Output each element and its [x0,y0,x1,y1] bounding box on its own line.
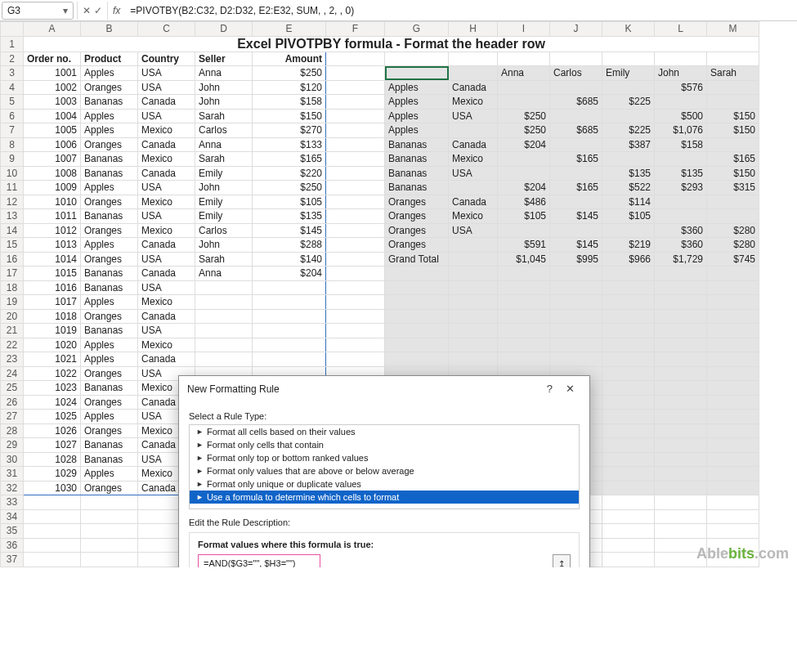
cell[interactable] [326,181,385,195]
cell[interactable] [449,295,498,310]
cell[interactable] [707,438,759,453]
cell[interactable] [707,295,759,310]
cell[interactable]: Apples [81,66,138,81]
cell[interactable]: 1013 [24,238,81,253]
cell[interactable]: $966 [602,252,655,267]
cell[interactable]: Oranges [385,238,449,253]
cell[interactable]: Seller [195,52,253,66]
cell[interactable] [550,137,602,152]
cell[interactable] [385,66,449,81]
cell[interactable]: Anna [195,66,253,81]
cell[interactable]: 1009 [24,181,81,195]
row-header[interactable]: 1 [1,36,24,52]
cell[interactable]: $140 [253,252,326,267]
cell[interactable]: 1004 [24,109,81,123]
cell[interactable]: Mexico [449,95,498,110]
row-header[interactable]: 8 [1,137,24,152]
cell[interactable]: 1023 [24,381,81,396]
cell[interactable]: $576 [655,80,707,95]
cell[interactable]: Product [81,52,138,66]
cell[interactable]: Oranges [81,309,138,324]
cell[interactable]: Apples [385,109,449,123]
cell[interactable] [81,538,138,553]
cell[interactable]: Grand Total [385,252,449,267]
cell[interactable]: Anna [498,66,550,81]
cell[interactable]: Apples [385,123,449,138]
row-header[interactable]: 30 [1,452,24,467]
cell[interactable] [707,338,759,352]
cell[interactable]: Apples [81,295,138,310]
cell[interactable]: Apples [81,467,138,482]
cell[interactable]: Mexico [449,209,498,224]
cell[interactable]: John [195,238,253,253]
cell[interactable] [655,423,707,438]
cell[interactable] [655,452,707,467]
row-header[interactable]: 14 [1,223,24,238]
row-header[interactable]: 24 [1,366,24,381]
cell[interactable] [550,166,602,181]
cell[interactable]: 1011 [24,209,81,224]
cell[interactable] [449,252,498,267]
cell[interactable]: 1017 [24,295,81,310]
row-header[interactable]: 15 [1,238,24,253]
cell[interactable] [655,524,707,539]
cell[interactable]: 1028 [24,452,81,467]
cell[interactable]: Canada [138,267,195,281]
row-header[interactable]: 18 [1,280,24,295]
cell[interactable]: Country [138,52,195,66]
cell[interactable] [326,137,385,152]
cell[interactable]: Bananas [81,95,138,110]
cell[interactable]: USA [138,181,195,195]
cell[interactable] [602,309,655,324]
cell[interactable] [326,324,385,338]
cell[interactable] [602,524,655,539]
cell[interactable]: Mexico [449,152,498,167]
cell[interactable]: John [195,181,253,195]
cell[interactable] [707,524,759,539]
cell[interactable]: John [655,66,707,81]
cell[interactable] [602,80,655,95]
cell[interactable] [449,66,498,81]
cell[interactable]: $204 [498,181,550,195]
cell[interactable]: $486 [498,195,550,209]
cell[interactable] [602,481,655,495]
cell[interactable]: Emily [602,66,655,81]
cell[interactable] [602,295,655,310]
cell[interactable] [602,52,655,66]
cell[interactable]: $270 [253,123,326,138]
cell[interactable]: USA [449,223,498,238]
cell[interactable] [602,452,655,467]
cell[interactable] [602,366,655,381]
cell[interactable] [498,52,550,66]
cell[interactable]: Oranges [81,423,138,438]
cell[interactable]: $250 [253,66,326,81]
column-header-E[interactable]: E [253,22,326,37]
cell[interactable]: 1019 [24,324,81,338]
cell[interactable]: Oranges [385,209,449,224]
cell[interactable] [498,152,550,167]
cell[interactable] [602,267,655,281]
cell[interactable] [707,452,759,467]
cell[interactable]: $204 [498,137,550,152]
column-header-L[interactable]: L [655,22,707,37]
cell[interactable]: $219 [602,238,655,253]
cell[interactable] [602,538,655,553]
row-header[interactable]: 2 [1,52,24,66]
cell[interactable]: 1007 [24,152,81,167]
cell[interactable] [385,309,449,324]
cell[interactable]: Order no. [24,52,81,66]
cell[interactable] [326,309,385,324]
cell[interactable]: $150 [707,166,759,181]
cell[interactable]: $165 [707,152,759,167]
cell[interactable] [707,495,759,510]
cell[interactable] [550,324,602,338]
cell[interactable]: Bananas [81,381,138,396]
close-icon[interactable]: ✕ [559,383,581,395]
cell[interactable]: $145 [550,209,602,224]
cancel-formula-icon[interactable]: ✕ [83,5,91,16]
cell[interactable]: Apples [385,80,449,95]
cell[interactable] [385,352,449,367]
cell[interactable]: Bananas [81,452,138,467]
row-header[interactable]: 29 [1,438,24,453]
cell[interactable]: USA [138,109,195,123]
